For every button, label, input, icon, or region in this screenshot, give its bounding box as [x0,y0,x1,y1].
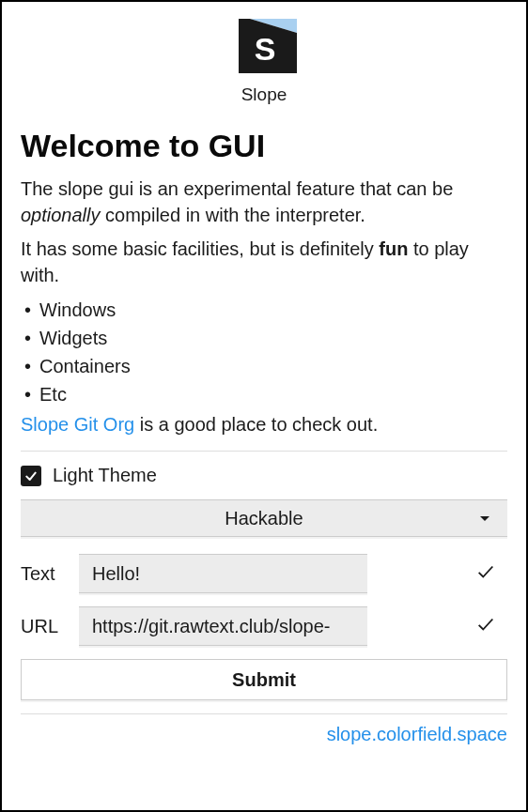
footer: slope.colorfield.space [21,724,507,745]
chevron-down-icon [479,510,490,527]
slope-logo-icon: S [231,19,297,73]
select-dropdown[interactable]: Hackable [21,499,507,537]
theme-checkbox-row: Light Theme [21,465,507,486]
divider [21,713,507,714]
divider [21,451,507,452]
list-item: Etc [21,380,507,408]
checkmark-icon [23,468,39,483]
text-field-row: Text [21,554,507,593]
svg-text:S: S [255,31,276,67]
check-icon [475,561,496,586]
list-item: Containers [21,352,507,380]
footer-link[interactable]: slope.colorfield.space [327,724,507,744]
app-name: Slope [241,84,287,105]
app-header: S Slope [21,19,507,105]
feature-list: Windows Widgets Containers Etc [21,296,507,408]
git-org-link[interactable]: Slope Git Org [21,414,134,435]
text-input[interactable] [79,554,367,593]
select-value: Hackable [225,508,303,529]
url-field-row: URL [21,606,507,646]
theme-checkbox-label: Light Theme [53,465,157,486]
description-1: The slope gui is an experimental feature… [21,176,507,228]
theme-checkbox[interactable] [21,466,41,486]
page-title: Welcome to GUI [21,128,507,164]
list-item: Widgets [21,324,507,352]
description-2: It has some basic facilities, but is def… [21,236,507,288]
text-field-label: Text [21,563,66,585]
list-item: Windows [21,296,507,324]
check-icon [475,614,496,638]
url-input[interactable] [79,606,367,646]
url-field-label: URL [21,616,66,637]
git-org-line: Slope Git Org is a good place to check o… [21,414,507,436]
submit-button[interactable]: Submit [21,659,507,700]
